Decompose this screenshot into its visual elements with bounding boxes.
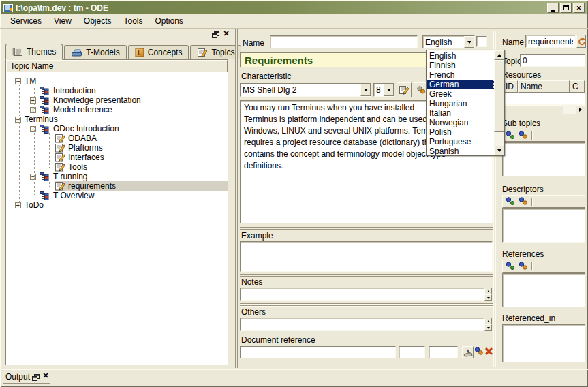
document-reference-field3[interactable] bbox=[429, 346, 458, 358]
expand-icon[interactable]: + bbox=[15, 202, 21, 208]
expand-icon[interactable]: + bbox=[30, 107, 36, 113]
scroll-right-button[interactable] bbox=[576, 105, 585, 114]
link-sub-topic-button[interactable] bbox=[519, 131, 528, 140]
rp-name-input[interactable] bbox=[525, 35, 576, 48]
menu-options[interactable]: Options bbox=[149, 15, 189, 27]
font-size-dropdown-button[interactable] bbox=[384, 84, 394, 96]
tree-item-t-overview[interactable]: T Overview bbox=[6, 191, 228, 200]
link-descriptor-button[interactable] bbox=[519, 197, 528, 206]
collapse-icon[interactable]: − bbox=[30, 174, 36, 180]
scroll-down-button[interactable] bbox=[494, 146, 504, 155]
sub-topics-list[interactable] bbox=[502, 142, 585, 176]
language-option-english[interactable]: English bbox=[427, 51, 494, 61]
collapse-icon[interactable]: − bbox=[15, 78, 21, 84]
menu-services[interactable]: Services bbox=[4, 15, 48, 27]
tab-concepts[interactable]: LConcepts bbox=[128, 45, 189, 59]
spin-down-icon[interactable] bbox=[484, 294, 492, 301]
scrollbar-track[interactable] bbox=[563, 105, 576, 114]
expand-icon[interactable]: + bbox=[30, 97, 36, 104]
language-option-norwegian[interactable]: Norwegian bbox=[427, 118, 494, 127]
tree-item-knowledge-presentation[interactable]: +Knowledge presentation bbox=[6, 95, 228, 105]
tree-item-model-reference[interactable]: +Model reference bbox=[6, 105, 228, 114]
collapse-icon[interactable]: − bbox=[15, 117, 21, 123]
resources-column-name[interactable]: Name bbox=[518, 80, 570, 93]
tree-item-odaba[interactable]: ODABA bbox=[6, 134, 228, 143]
document-reference-input[interactable] bbox=[240, 346, 396, 358]
menu-view[interactable]: View bbox=[48, 15, 78, 27]
close-button[interactable]: ✕ bbox=[573, 3, 585, 13]
tree-item-tools[interactable]: Tools bbox=[6, 162, 228, 172]
references-list[interactable] bbox=[502, 273, 585, 307]
tree-item-plaftorms[interactable]: Plaftorms bbox=[6, 143, 228, 153]
descriptors-list[interactable] bbox=[502, 208, 585, 243]
delete-reference-button[interactable] bbox=[484, 345, 493, 356]
splitter-others[interactable] bbox=[240, 303, 493, 307]
language-combobox[interactable]: English bbox=[422, 35, 475, 48]
tree-column-header[interactable]: Topic Name bbox=[6, 60, 228, 72]
splitter-notes[interactable] bbox=[240, 274, 493, 277]
add-sub-topic-button[interactable] bbox=[506, 131, 515, 140]
language-option-italian[interactable]: Italian bbox=[427, 108, 494, 118]
referenced-in-list[interactable] bbox=[502, 324, 585, 362]
tree-item-requirements[interactable]: requirements bbox=[6, 181, 228, 191]
tree-item-tm[interactable]: −TM bbox=[6, 76, 228, 86]
menu-objects[interactable]: Objects bbox=[78, 15, 118, 27]
spin-up-icon[interactable] bbox=[484, 288, 492, 294]
link-resource-button[interactable] bbox=[474, 345, 484, 356]
others-spinner[interactable] bbox=[484, 318, 492, 331]
notes-input[interactable] bbox=[240, 288, 484, 301]
spin-up-icon[interactable] bbox=[484, 318, 492, 324]
font-combobox[interactable]: MS Shell Dlg 2 bbox=[240, 83, 371, 97]
spin-down-icon[interactable] bbox=[484, 324, 492, 331]
title-bar[interactable]: I:\opa\tm.dev : tm - ODE ✕ bbox=[1, 1, 587, 14]
tree-item-odoc-introduction[interactable]: −ODoc Introduction bbox=[6, 124, 228, 134]
resources-column-id[interactable]: ID bbox=[503, 80, 518, 93]
example-textarea[interactable] bbox=[240, 241, 493, 272]
resources-hscrollbar[interactable] bbox=[502, 105, 585, 114]
add-reference-button[interactable] bbox=[506, 262, 515, 270]
name-input[interactable] bbox=[270, 35, 418, 48]
tree-item-t-running[interactable]: −T running bbox=[6, 172, 228, 181]
maximize-button[interactable] bbox=[560, 3, 572, 13]
language-option-portuguese[interactable]: Portuguese bbox=[427, 137, 494, 146]
tab-t-models[interactable]: T-Models bbox=[64, 45, 126, 59]
language-dropdown-button[interactable] bbox=[464, 36, 474, 48]
left-splitter[interactable] bbox=[235, 29, 238, 368]
others-input[interactable] bbox=[240, 318, 484, 331]
language-option-finnish[interactable]: Finnish bbox=[427, 61, 494, 70]
resources-table-body[interactable] bbox=[503, 93, 585, 104]
tab-themes[interactable]: Themes bbox=[5, 44, 63, 60]
menu-tools[interactable]: Tools bbox=[118, 15, 149, 27]
splitter-example[interactable] bbox=[240, 227, 493, 230]
language-checkbox[interactable] bbox=[476, 36, 487, 47]
font-dropdown-button[interactable] bbox=[360, 84, 371, 96]
tab-topics[interactable]: Topics bbox=[190, 45, 241, 59]
scrollbar-track[interactable] bbox=[494, 132, 504, 146]
scrollbar-thumb[interactable] bbox=[502, 105, 563, 114]
language-option-german[interactable]: German bbox=[427, 80, 494, 89]
output-close-button[interactable]: ✕ bbox=[42, 371, 50, 380]
document-reference-field2[interactable] bbox=[399, 346, 425, 358]
language-option-greek[interactable]: Greek bbox=[427, 89, 494, 99]
link-reference-button[interactable] bbox=[519, 262, 528, 270]
tree-item-todo[interactable]: +ToDo bbox=[6, 200, 228, 210]
sign-document-button[interactable] bbox=[462, 346, 474, 358]
rp-reload-button[interactable] bbox=[576, 35, 586, 48]
dropdown-scrollbar[interactable] bbox=[494, 50, 504, 155]
edit-text-button[interactable] bbox=[397, 82, 412, 97]
minimize-button[interactable] bbox=[547, 3, 559, 13]
tree-item-introduction[interactable]: Introduction bbox=[6, 86, 228, 95]
language-option-spanish[interactable]: Spanish bbox=[427, 146, 494, 155]
language-option-hungarian[interactable]: Hungarian bbox=[427, 99, 494, 108]
language-option-polish[interactable]: Polish bbox=[427, 127, 494, 137]
tree-item-terminus[interactable]: −Terminus bbox=[6, 114, 228, 124]
scrollbar-thumb[interactable] bbox=[494, 60, 504, 132]
add-descriptor-button[interactable] bbox=[506, 197, 515, 206]
output-float-button[interactable] bbox=[31, 373, 40, 381]
dock-close-button[interactable]: ✕ bbox=[222, 29, 230, 38]
language-option-french[interactable]: French bbox=[427, 70, 494, 80]
collapse-icon[interactable]: − bbox=[30, 126, 36, 132]
resources-column-c[interactable]: C bbox=[570, 80, 585, 93]
font-size-combobox[interactable]: 8 bbox=[373, 83, 394, 97]
notes-spinner[interactable] bbox=[484, 288, 492, 301]
